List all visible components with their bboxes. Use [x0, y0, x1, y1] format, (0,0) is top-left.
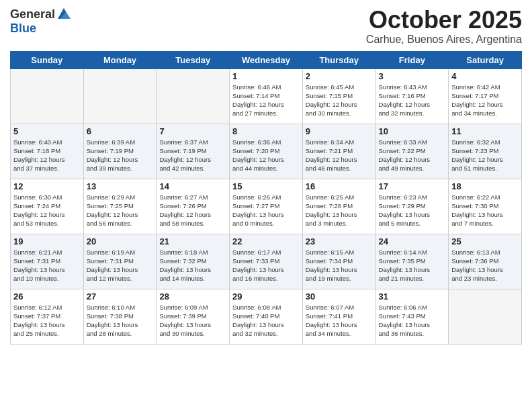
day-number: 21: [159, 236, 226, 246]
table-cell: 16Sunrise: 6:25 AM Sunset: 7:28 PM Dayli…: [302, 179, 375, 234]
day-number: 22: [232, 236, 300, 246]
title-block: October 2025 Carhue, Buenos Aires, Argen…: [366, 7, 522, 46]
table-cell: 18Sunrise: 6:22 AM Sunset: 7:30 PM Dayli…: [449, 179, 522, 234]
day-info: Sunrise: 6:09 AM Sunset: 7:39 PM Dayligh…: [159, 303, 226, 338]
col-thursday: Thursday: [302, 51, 375, 68]
logo-blue: Blue: [10, 21, 36, 35]
table-cell: 14Sunrise: 6:27 AM Sunset: 7:26 PM Dayli…: [157, 179, 230, 234]
table-cell: 27Sunrise: 6:10 AM Sunset: 7:38 PM Dayli…: [83, 289, 157, 344]
day-number: 3: [379, 71, 446, 81]
day-info: Sunrise: 6:26 AM Sunset: 7:27 PM Dayligh…: [232, 193, 300, 228]
logo-general: General: [10, 7, 55, 21]
calendar-week-row: 19Sunrise: 6:21 AM Sunset: 7:31 PM Dayli…: [11, 234, 522, 289]
table-cell: 8Sunrise: 6:36 AM Sunset: 7:20 PM Daylig…: [230, 124, 303, 179]
table-cell: 9Sunrise: 6:34 AM Sunset: 7:21 PM Daylig…: [302, 124, 375, 179]
day-info: Sunrise: 6:37 AM Sunset: 7:19 PM Dayligh…: [159, 138, 226, 173]
day-number: 8: [232, 126, 300, 136]
col-sunday: Sunday: [11, 51, 84, 68]
table-cell: 7Sunrise: 6:37 AM Sunset: 7:19 PM Daylig…: [157, 124, 230, 179]
day-number: 16: [306, 181, 373, 191]
logo-text-block: General Blue: [10, 7, 71, 36]
day-number: 31: [379, 291, 446, 302]
day-info: Sunrise: 6:46 AM Sunset: 7:14 PM Dayligh…: [232, 83, 300, 118]
day-number: 6: [87, 126, 154, 136]
table-cell: 25Sunrise: 6:13 AM Sunset: 7:36 PM Dayli…: [449, 234, 522, 289]
table-cell: 30Sunrise: 6:07 AM Sunset: 7:41 PM Dayli…: [302, 289, 375, 344]
table-cell: 17Sunrise: 6:23 AM Sunset: 7:29 PM Dayli…: [375, 179, 449, 234]
day-number: 27: [87, 291, 154, 302]
day-info: Sunrise: 6:42 AM Sunset: 7:17 PM Dayligh…: [451, 83, 519, 118]
day-info: Sunrise: 6:40 AM Sunset: 7:18 PM Dayligh…: [13, 138, 81, 173]
day-info: Sunrise: 6:06 AM Sunset: 7:43 PM Dayligh…: [379, 303, 446, 338]
day-info: Sunrise: 6:18 AM Sunset: 7:32 PM Dayligh…: [159, 248, 226, 283]
day-number: 5: [13, 126, 81, 136]
table-cell: 10Sunrise: 6:33 AM Sunset: 7:22 PM Dayli…: [375, 124, 449, 179]
day-number: 29: [232, 291, 300, 302]
day-number: 15: [232, 181, 300, 191]
day-info: Sunrise: 6:21 AM Sunset: 7:31 PM Dayligh…: [13, 248, 81, 283]
day-info: Sunrise: 6:08 AM Sunset: 7:40 PM Dayligh…: [232, 303, 300, 338]
table-cell: 4Sunrise: 6:42 AM Sunset: 7:17 PM Daylig…: [449, 68, 522, 124]
table-cell: 12Sunrise: 6:30 AM Sunset: 7:24 PM Dayli…: [11, 179, 84, 234]
day-number: 30: [306, 291, 373, 302]
table-cell: 5Sunrise: 6:40 AM Sunset: 7:18 PM Daylig…: [11, 124, 84, 179]
day-info: Sunrise: 6:36 AM Sunset: 7:20 PM Dayligh…: [232, 138, 300, 173]
day-info: Sunrise: 6:10 AM Sunset: 7:38 PM Dayligh…: [87, 303, 154, 338]
day-number: 9: [306, 126, 373, 136]
table-cell: 20Sunrise: 6:19 AM Sunset: 7:31 PM Dayli…: [83, 234, 157, 289]
table-cell: [449, 289, 522, 344]
day-info: Sunrise: 6:15 AM Sunset: 7:34 PM Dayligh…: [306, 248, 373, 283]
day-info: Sunrise: 6:19 AM Sunset: 7:31 PM Dayligh…: [87, 248, 154, 283]
col-tuesday: Tuesday: [157, 51, 230, 68]
day-number: 2: [306, 71, 373, 81]
day-number: 17: [379, 181, 446, 191]
day-info: Sunrise: 6:23 AM Sunset: 7:29 PM Dayligh…: [379, 193, 446, 228]
calendar-week-row: 1Sunrise: 6:46 AM Sunset: 7:14 PM Daylig…: [11, 68, 522, 124]
table-cell: 28Sunrise: 6:09 AM Sunset: 7:39 PM Dayli…: [157, 289, 230, 344]
table-cell: 31Sunrise: 6:06 AM Sunset: 7:43 PM Dayli…: [375, 289, 449, 344]
day-number: 4: [451, 71, 519, 81]
page: General Blue October 2025 Carhue, Buenos…: [0, 0, 532, 411]
day-info: Sunrise: 6:27 AM Sunset: 7:26 PM Dayligh…: [159, 193, 226, 228]
col-friday: Friday: [375, 51, 449, 68]
calendar-table: Sunday Monday Tuesday Wednesday Thursday…: [10, 51, 522, 345]
table-cell: 23Sunrise: 6:15 AM Sunset: 7:34 PM Dayli…: [302, 234, 375, 289]
day-info: Sunrise: 6:29 AM Sunset: 7:25 PM Dayligh…: [87, 193, 154, 228]
table-cell: 13Sunrise: 6:29 AM Sunset: 7:25 PM Dayli…: [83, 179, 157, 234]
header: General Blue October 2025 Carhue, Buenos…: [10, 7, 522, 46]
day-number: 23: [306, 236, 373, 246]
calendar-week-row: 26Sunrise: 6:12 AM Sunset: 7:37 PM Dayli…: [11, 289, 522, 344]
table-cell: 19Sunrise: 6:21 AM Sunset: 7:31 PM Dayli…: [11, 234, 84, 289]
day-info: Sunrise: 6:33 AM Sunset: 7:22 PM Dayligh…: [379, 138, 446, 173]
day-info: Sunrise: 6:45 AM Sunset: 7:15 PM Dayligh…: [306, 83, 373, 118]
day-number: 25: [451, 236, 519, 246]
table-cell: 29Sunrise: 6:08 AM Sunset: 7:40 PM Dayli…: [230, 289, 303, 344]
day-info: Sunrise: 6:12 AM Sunset: 7:37 PM Dayligh…: [13, 303, 81, 338]
day-number: 12: [13, 181, 81, 191]
month-title: October 2025: [366, 7, 522, 34]
day-number: 26: [13, 291, 81, 302]
table-cell: 22Sunrise: 6:17 AM Sunset: 7:33 PM Dayli…: [230, 234, 303, 289]
col-saturday: Saturday: [449, 51, 522, 68]
table-cell: 6Sunrise: 6:39 AM Sunset: 7:19 PM Daylig…: [83, 124, 157, 179]
day-number: 10: [379, 126, 446, 136]
table-cell: 15Sunrise: 6:26 AM Sunset: 7:27 PM Dayli…: [230, 179, 303, 234]
table-cell: 26Sunrise: 6:12 AM Sunset: 7:37 PM Dayli…: [11, 289, 84, 344]
day-number: 28: [159, 291, 226, 302]
day-number: 20: [87, 236, 154, 246]
location: Carhue, Buenos Aires, Argentina: [366, 34, 522, 46]
logo: General Blue: [10, 7, 71, 36]
table-cell: 24Sunrise: 6:14 AM Sunset: 7:35 PM Dayli…: [375, 234, 449, 289]
day-number: 7: [159, 126, 226, 136]
day-info: Sunrise: 6:32 AM Sunset: 7:23 PM Dayligh…: [451, 138, 519, 173]
day-number: 11: [451, 126, 519, 136]
calendar-week-row: 5Sunrise: 6:40 AM Sunset: 7:18 PM Daylig…: [11, 124, 522, 179]
day-info: Sunrise: 6:30 AM Sunset: 7:24 PM Dayligh…: [13, 193, 81, 228]
day-number: 13: [87, 181, 154, 191]
logo-icon: [56, 7, 71, 21]
day-number: 18: [451, 181, 519, 191]
table-cell: [83, 68, 157, 124]
calendar-week-row: 12Sunrise: 6:30 AM Sunset: 7:24 PM Dayli…: [11, 179, 522, 234]
day-info: Sunrise: 6:43 AM Sunset: 7:16 PM Dayligh…: [379, 83, 446, 118]
day-info: Sunrise: 6:13 AM Sunset: 7:36 PM Dayligh…: [451, 248, 519, 283]
